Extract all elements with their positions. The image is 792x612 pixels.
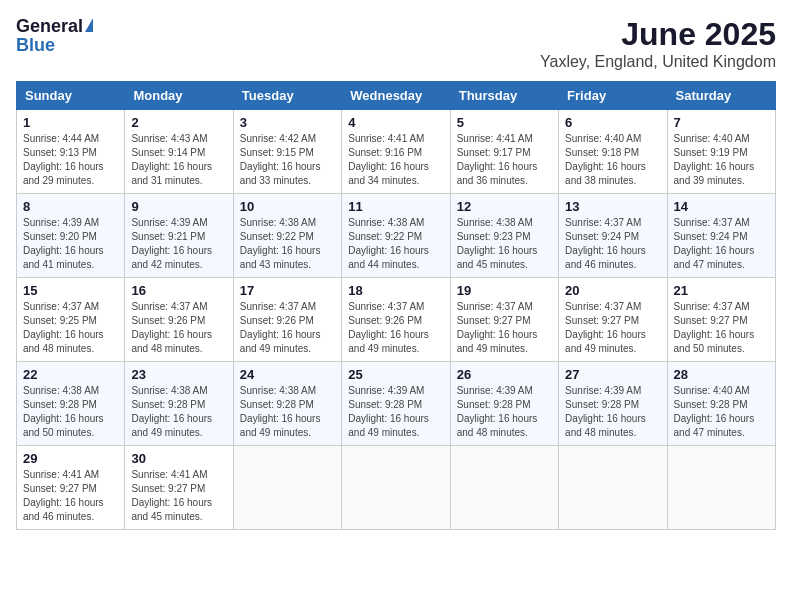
day-info: Sunrise: 4:41 AMSunset: 9:27 PMDaylight:… — [131, 468, 226, 524]
table-row: 13 Sunrise: 4:37 AMSunset: 9:24 PMDaylig… — [559, 194, 667, 278]
month-title: June 2025 — [540, 16, 776, 53]
page-header: General Blue June 2025 Yaxley, England, … — [16, 16, 776, 71]
day-info: Sunrise: 4:39 AMSunset: 9:28 PMDaylight:… — [348, 384, 443, 440]
day-info: Sunrise: 4:37 AMSunset: 9:27 PMDaylight:… — [674, 300, 769, 356]
table-row: 29 Sunrise: 4:41 AMSunset: 9:27 PMDaylig… — [17, 446, 125, 530]
day-number: 23 — [131, 367, 226, 382]
day-number: 19 — [457, 283, 552, 298]
logo-blue: Blue — [16, 35, 93, 56]
table-row: 3 Sunrise: 4:42 AMSunset: 9:15 PMDayligh… — [233, 110, 341, 194]
day-number: 1 — [23, 115, 118, 130]
table-row: 17 Sunrise: 4:37 AMSunset: 9:26 PMDaylig… — [233, 278, 341, 362]
table-row — [342, 446, 450, 530]
header-friday: Friday — [559, 82, 667, 110]
day-number: 9 — [131, 199, 226, 214]
table-row: 28 Sunrise: 4:40 AMSunset: 9:28 PMDaylig… — [667, 362, 775, 446]
table-row: 7 Sunrise: 4:40 AMSunset: 9:19 PMDayligh… — [667, 110, 775, 194]
table-row — [450, 446, 558, 530]
calendar-week-row: 22 Sunrise: 4:38 AMSunset: 9:28 PMDaylig… — [17, 362, 776, 446]
day-info: Sunrise: 4:39 AMSunset: 9:28 PMDaylight:… — [565, 384, 660, 440]
day-number: 29 — [23, 451, 118, 466]
header-monday: Monday — [125, 82, 233, 110]
table-row: 15 Sunrise: 4:37 AMSunset: 9:25 PMDaylig… — [17, 278, 125, 362]
calendar-table: Sunday Monday Tuesday Wednesday Thursday… — [16, 81, 776, 530]
day-info: Sunrise: 4:39 AMSunset: 9:21 PMDaylight:… — [131, 216, 226, 272]
day-number: 5 — [457, 115, 552, 130]
day-number: 20 — [565, 283, 660, 298]
day-info: Sunrise: 4:37 AMSunset: 9:27 PMDaylight:… — [457, 300, 552, 356]
day-number: 27 — [565, 367, 660, 382]
day-number: 16 — [131, 283, 226, 298]
day-number: 14 — [674, 199, 769, 214]
table-row: 16 Sunrise: 4:37 AMSunset: 9:26 PMDaylig… — [125, 278, 233, 362]
day-info: Sunrise: 4:38 AMSunset: 9:28 PMDaylight:… — [131, 384, 226, 440]
table-row — [233, 446, 341, 530]
day-info: Sunrise: 4:37 AMSunset: 9:26 PMDaylight:… — [131, 300, 226, 356]
table-row: 2 Sunrise: 4:43 AMSunset: 9:14 PMDayligh… — [125, 110, 233, 194]
day-number: 21 — [674, 283, 769, 298]
day-info: Sunrise: 4:41 AMSunset: 9:17 PMDaylight:… — [457, 132, 552, 188]
calendar-week-row: 29 Sunrise: 4:41 AMSunset: 9:27 PMDaylig… — [17, 446, 776, 530]
day-number: 15 — [23, 283, 118, 298]
logo: General Blue — [16, 16, 93, 56]
table-row: 4 Sunrise: 4:41 AMSunset: 9:16 PMDayligh… — [342, 110, 450, 194]
title-section: June 2025 Yaxley, England, United Kingdo… — [540, 16, 776, 71]
table-row: 6 Sunrise: 4:40 AMSunset: 9:18 PMDayligh… — [559, 110, 667, 194]
logo-general: General — [16, 16, 83, 37]
table-row: 21 Sunrise: 4:37 AMSunset: 9:27 PMDaylig… — [667, 278, 775, 362]
header-thursday: Thursday — [450, 82, 558, 110]
day-number: 18 — [348, 283, 443, 298]
table-row: 14 Sunrise: 4:37 AMSunset: 9:24 PMDaylig… — [667, 194, 775, 278]
day-info: Sunrise: 4:38 AMSunset: 9:28 PMDaylight:… — [23, 384, 118, 440]
table-row — [667, 446, 775, 530]
calendar-week-row: 8 Sunrise: 4:39 AMSunset: 9:20 PMDayligh… — [17, 194, 776, 278]
header-wednesday: Wednesday — [342, 82, 450, 110]
table-row: 1 Sunrise: 4:44 AMSunset: 9:13 PMDayligh… — [17, 110, 125, 194]
day-info: Sunrise: 4:38 AMSunset: 9:23 PMDaylight:… — [457, 216, 552, 272]
day-number: 25 — [348, 367, 443, 382]
header-saturday: Saturday — [667, 82, 775, 110]
day-number: 22 — [23, 367, 118, 382]
table-row: 30 Sunrise: 4:41 AMSunset: 9:27 PMDaylig… — [125, 446, 233, 530]
day-info: Sunrise: 4:38 AMSunset: 9:22 PMDaylight:… — [348, 216, 443, 272]
table-row: 22 Sunrise: 4:38 AMSunset: 9:28 PMDaylig… — [17, 362, 125, 446]
table-row — [559, 446, 667, 530]
calendar-header-row: Sunday Monday Tuesday Wednesday Thursday… — [17, 82, 776, 110]
day-number: 6 — [565, 115, 660, 130]
day-number: 12 — [457, 199, 552, 214]
day-info: Sunrise: 4:37 AMSunset: 9:24 PMDaylight:… — [674, 216, 769, 272]
logo-arrow-icon — [85, 18, 93, 32]
day-info: Sunrise: 4:41 AMSunset: 9:27 PMDaylight:… — [23, 468, 118, 524]
day-number: 2 — [131, 115, 226, 130]
day-info: Sunrise: 4:40 AMSunset: 9:18 PMDaylight:… — [565, 132, 660, 188]
day-info: Sunrise: 4:38 AMSunset: 9:28 PMDaylight:… — [240, 384, 335, 440]
table-row: 5 Sunrise: 4:41 AMSunset: 9:17 PMDayligh… — [450, 110, 558, 194]
table-row: 27 Sunrise: 4:39 AMSunset: 9:28 PMDaylig… — [559, 362, 667, 446]
table-row: 20 Sunrise: 4:37 AMSunset: 9:27 PMDaylig… — [559, 278, 667, 362]
day-number: 24 — [240, 367, 335, 382]
day-info: Sunrise: 4:37 AMSunset: 9:27 PMDaylight:… — [565, 300, 660, 356]
day-info: Sunrise: 4:38 AMSunset: 9:22 PMDaylight:… — [240, 216, 335, 272]
day-info: Sunrise: 4:40 AMSunset: 9:28 PMDaylight:… — [674, 384, 769, 440]
day-number: 30 — [131, 451, 226, 466]
day-info: Sunrise: 4:37 AMSunset: 9:26 PMDaylight:… — [348, 300, 443, 356]
day-info: Sunrise: 4:39 AMSunset: 9:28 PMDaylight:… — [457, 384, 552, 440]
table-row: 12 Sunrise: 4:38 AMSunset: 9:23 PMDaylig… — [450, 194, 558, 278]
day-info: Sunrise: 4:43 AMSunset: 9:14 PMDaylight:… — [131, 132, 226, 188]
day-info: Sunrise: 4:44 AMSunset: 9:13 PMDaylight:… — [23, 132, 118, 188]
table-row: 26 Sunrise: 4:39 AMSunset: 9:28 PMDaylig… — [450, 362, 558, 446]
table-row: 10 Sunrise: 4:38 AMSunset: 9:22 PMDaylig… — [233, 194, 341, 278]
day-info: Sunrise: 4:41 AMSunset: 9:16 PMDaylight:… — [348, 132, 443, 188]
day-number: 8 — [23, 199, 118, 214]
table-row: 18 Sunrise: 4:37 AMSunset: 9:26 PMDaylig… — [342, 278, 450, 362]
day-info: Sunrise: 4:37 AMSunset: 9:25 PMDaylight:… — [23, 300, 118, 356]
table-row: 23 Sunrise: 4:38 AMSunset: 9:28 PMDaylig… — [125, 362, 233, 446]
table-row: 25 Sunrise: 4:39 AMSunset: 9:28 PMDaylig… — [342, 362, 450, 446]
calendar-week-row: 1 Sunrise: 4:44 AMSunset: 9:13 PMDayligh… — [17, 110, 776, 194]
calendar-week-row: 15 Sunrise: 4:37 AMSunset: 9:25 PMDaylig… — [17, 278, 776, 362]
day-number: 10 — [240, 199, 335, 214]
table-row: 9 Sunrise: 4:39 AMSunset: 9:21 PMDayligh… — [125, 194, 233, 278]
day-number: 26 — [457, 367, 552, 382]
day-number: 17 — [240, 283, 335, 298]
day-number: 13 — [565, 199, 660, 214]
